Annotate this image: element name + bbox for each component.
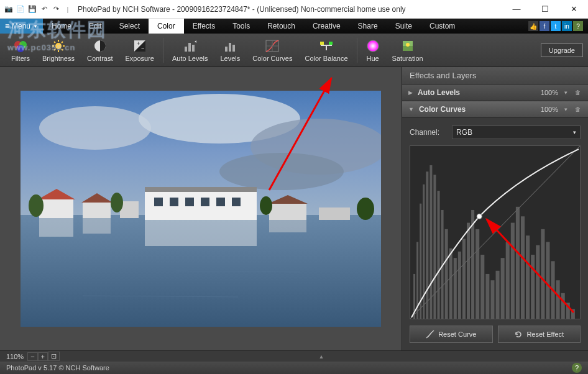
hue-tool[interactable]: Hue [360,34,386,66]
twitter-icon[interactable]: t [551,21,561,31]
exposure-icon: +− [133,39,147,53]
svg-line-8 [54,42,55,43]
hamburger-icon: ≡ [5,22,9,30]
zoom-out-button[interactable]: − [27,352,37,361]
minimize-button[interactable]: — [502,0,531,18]
upgrade-button[interactable]: Upgrade [541,43,583,57]
contrast-icon [93,39,107,53]
svg-rect-81 [462,239,466,319]
menu-tools[interactable]: Tools [224,19,259,34]
layer-color-curves[interactable]: ▼ Color Curves 100% ▾ 🗑 [402,101,588,118]
zoom-fit-button[interactable]: ⊡ [48,352,60,361]
svg-rect-77 [445,229,448,319]
svg-rect-40 [39,199,73,218]
svg-point-56 [29,194,44,217]
collapse-arrow-icon[interactable]: ▲ [60,353,583,360]
effects-panel: Effects and Layers ▶ Auto Levels 100% ▾ … [402,67,588,350]
window-titlebar: 📷 📄 💾 ↶ ↷ | PhotoPad by NCH Software - 2… [0,0,588,19]
svg-rect-21 [232,45,235,52]
brightness-icon [51,39,66,53]
menu-select[interactable]: Select [111,19,149,34]
reset-effect-button[interactable]: Reset Effect [498,326,581,343]
svg-rect-63 [269,216,306,232]
main-menu-button[interactable]: ≡ Menu ▼ [0,19,43,34]
svg-point-58 [260,196,272,215]
color-balance-icon [318,39,334,53]
trash-icon[interactable]: 🗑 [574,106,582,112]
layer-auto-levels[interactable]: ▶ Auto Levels 100% ▾ 🗑 [402,84,588,101]
svg-rect-55 [319,208,350,220]
chevron-down-icon[interactable]: ▾ [563,106,569,112]
menu-home[interactable]: Home [43,19,80,34]
undo-icon[interactable]: ↶ [39,4,49,14]
svg-rect-82 [467,223,470,319]
svg-line-10 [54,49,55,50]
social-icons: 👍 f t in ? [528,21,588,31]
svg-point-35 [39,106,151,150]
menu-suite[interactable]: Suite [387,19,421,34]
saturation-icon [401,39,415,53]
svg-rect-91 [511,223,515,319]
svg-rect-89 [501,258,505,319]
svg-rect-27 [320,42,324,45]
filters-tool[interactable]: Filters [5,34,36,66]
channel-label: Channel: [410,128,439,137]
facebook-icon[interactable]: f [540,21,549,31]
brightness-tool[interactable]: Brightness [36,34,81,66]
svg-point-105 [477,214,482,219]
auto-levels-tool[interactable]: Auto Levels [166,34,214,66]
maximize-button[interactable]: ☐ [531,0,559,18]
svg-rect-42 [83,203,111,218]
svg-point-3 [55,43,62,49]
window-title: PhotoPad by NCH Software - 2009091622372… [78,5,502,14]
svg-rect-98 [546,242,549,319]
contrast-tool[interactable]: Contrast [81,34,119,66]
curve-histogram[interactable] [410,145,581,319]
redo-icon[interactable]: ↷ [51,4,61,14]
menu-color[interactable]: Color [149,19,184,34]
svg-rect-52 [232,198,241,206]
levels-tool[interactable]: Levels [214,34,246,66]
menu-custom[interactable]: Custom [421,19,464,34]
svg-rect-88 [496,271,500,319]
linkedin-icon[interactable]: in [562,21,572,31]
ribbon-toolbar: Filters Brightness Contrast +− Exposure … [0,34,588,67]
channel-select[interactable]: RGB ▾ [452,125,581,139]
status-text: PhotoPad v 5.17 © NCH Software [6,364,109,372]
menu-retouch[interactable]: Retouch [259,19,304,34]
image-canvas[interactable] [21,91,381,327]
svg-rect-100 [556,280,560,319]
svg-rect-92 [516,207,520,319]
menu-creative[interactable]: Creative [304,19,349,34]
menu-effects[interactable]: Effects [184,19,224,34]
svg-rect-19 [225,47,227,52]
chevron-right-icon: ▶ [408,89,413,96]
svg-rect-94 [526,235,530,319]
svg-rect-99 [551,261,554,319]
reset-curve-button[interactable]: Reset Curve [410,326,493,343]
chevron-down-icon: ▼ [408,106,414,112]
svg-rect-61 [145,216,257,246]
color-balance-tool[interactable]: Color Balance [298,34,354,66]
svg-rect-75 [437,191,439,319]
svg-point-57 [111,193,123,212]
saturation-tool[interactable]: Saturation [386,34,430,66]
canvas-area[interactable] [0,67,402,350]
chevron-down-icon[interactable]: ▾ [563,89,569,96]
chevron-down-icon: ▼ [33,24,38,29]
save-icon[interactable]: 💾 [27,4,37,14]
thumbs-up-icon[interactable]: 👍 [528,21,538,31]
help-icon[interactable]: ? [573,21,583,31]
help-button[interactable]: ? [572,363,582,373]
curve-icon [426,330,434,339]
exposure-tool[interactable]: +− Exposure [119,34,160,66]
zoom-in-button[interactable]: + [38,352,48,361]
svg-line-9 [62,49,63,50]
menu-share[interactable]: Share [349,19,387,34]
svg-rect-46 [145,187,257,192]
trash-icon[interactable]: 🗑 [574,89,582,96]
svg-rect-85 [480,255,484,319]
close-button[interactable]: ✕ [559,0,588,18]
menu-edit[interactable]: Edit [80,19,111,34]
color-curves-tool[interactable]: Color Curves [246,34,298,66]
